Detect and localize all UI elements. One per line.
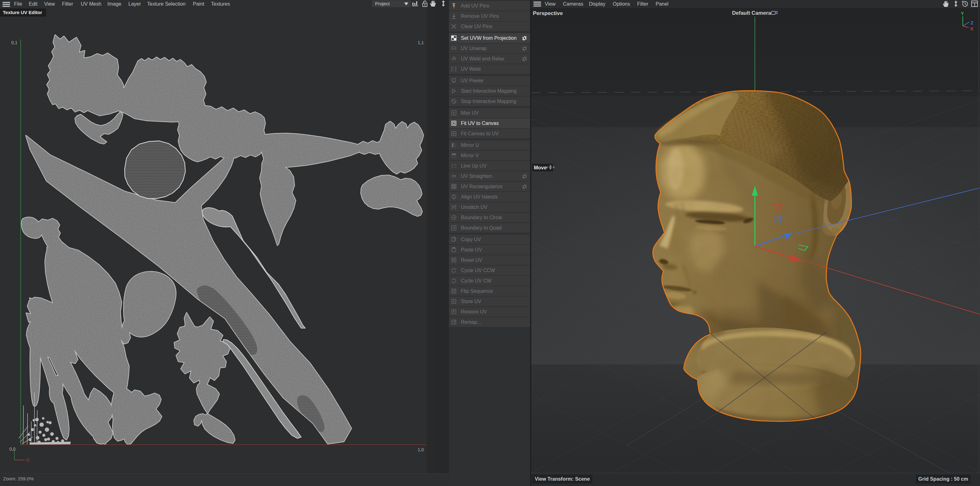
svg-text:Z: Z [970, 20, 974, 25]
svg-text:Perspective: Perspective [533, 10, 563, 16]
svg-text:Move: Move [534, 165, 547, 170]
svg-text:Default Camera: Default Camera [732, 10, 771, 16]
svg-text:Y: Y [961, 11, 964, 16]
svg-text:X: X [970, 26, 974, 31]
